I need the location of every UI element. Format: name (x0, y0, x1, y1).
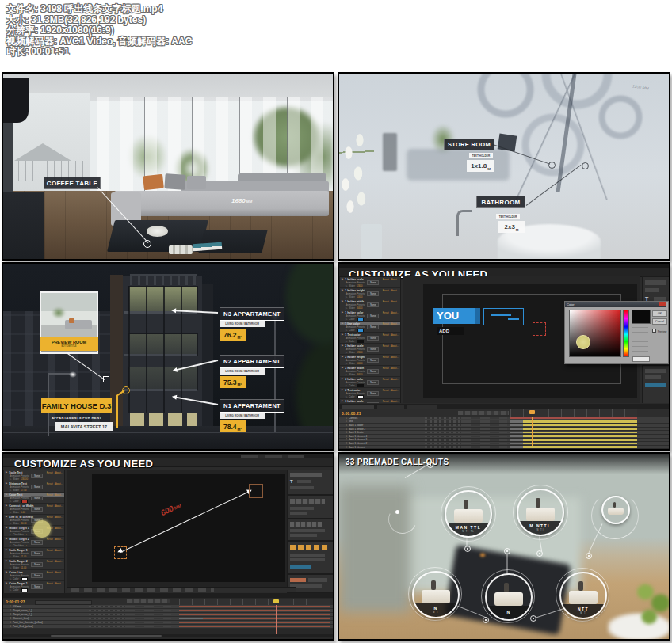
expand-triangle-icon[interactable]: ▶ (6, 582, 7, 584)
presets-dropdown[interactable]: None (367, 369, 379, 374)
about-link[interactable]: About... (55, 560, 63, 563)
param-triangle-icon[interactable]: ▷ (10, 478, 11, 481)
expand-triangle-icon[interactable]: ▶ (342, 311, 343, 314)
layer-duration-bar[interactable] (529, 450, 637, 451)
timeline-tab[interactable] (342, 405, 374, 409)
about-link[interactable]: About... (55, 527, 63, 530)
color-swatch[interactable] (21, 577, 28, 581)
playback-buttons[interactable] (290, 522, 322, 527)
reset-link[interactable]: Reset (383, 322, 389, 325)
keyframe-icons[interactable] (290, 545, 328, 550)
presets-dropdown[interactable]: None (31, 485, 43, 489)
current-time-indicator[interactable] (276, 605, 277, 637)
presets-dropdown[interactable]: None (31, 573, 43, 578)
reset-link[interactable]: Reset (383, 389, 389, 392)
presets-dropdown[interactable]: None (367, 325, 379, 329)
reset-link[interactable]: Reset (47, 504, 53, 508)
expand-triangle-icon[interactable]: ▶ (342, 400, 343, 402)
cti-head[interactable] (273, 599, 279, 603)
param-triangle-icon[interactable]: ▷ (346, 318, 347, 321)
about-link[interactable]: About... (55, 504, 63, 508)
reset-link[interactable]: Reset (47, 482, 53, 485)
layer-switches[interactable] (89, 614, 125, 615)
layer-switches[interactable] (425, 450, 461, 451)
about-link[interactable]: About... (55, 549, 63, 552)
about-link[interactable]: About... (55, 538, 63, 541)
close-icon[interactable] (659, 302, 666, 306)
param-triangle-icon[interactable]: ▷ (346, 396, 347, 398)
about-link[interactable]: About... (55, 482, 63, 485)
expand-triangle-icon[interactable]: ▶ (342, 344, 343, 347)
about-link[interactable]: About... (391, 289, 399, 292)
layer-duration-bar[interactable] (523, 443, 637, 445)
param-triangle-icon[interactable]: ▷ (346, 385, 347, 387)
video-frame-ae-color[interactable]: CUSTOMIZE AS YOU NEED ▶ 1 holder scale R… (338, 262, 670, 451)
param-triangle-icon[interactable]: ▷ (346, 374, 347, 376)
param-value[interactable]: 130.0 (357, 351, 363, 354)
current-time-indicator[interactable] (532, 417, 533, 446)
param-triangle-icon[interactable]: ▷ (346, 363, 347, 365)
timeline-tab[interactable] (377, 405, 404, 409)
layer-duration-bar[interactable] (523, 446, 637, 448)
callout-circle-3[interactable] (601, 496, 630, 524)
layer-duration-bar[interactable] (523, 428, 637, 430)
layer-switches[interactable] (425, 428, 461, 429)
layer-name[interactable]: Text (349, 420, 425, 423)
timecode[interactable]: 0:00:00:21 (342, 411, 361, 416)
callout-circle-5[interactable]: N (485, 573, 533, 621)
layer-name[interactable]: Back 1 Stroke (349, 431, 425, 434)
timeline-tab[interactable] (407, 405, 437, 409)
layer-mode[interactable] (125, 622, 171, 623)
param-triangle-icon[interactable]: ▷ (346, 341, 347, 343)
expand-triangle-icon[interactable]: ▶ (342, 378, 343, 380)
layer-duration-bar[interactable] (179, 610, 330, 612)
reset-link[interactable]: Reset (383, 367, 389, 370)
layer-mode[interactable] (461, 446, 507, 447)
presets-dropdown[interactable]: None (367, 391, 379, 396)
comp-toolbar-buttons[interactable] (71, 588, 214, 592)
color-swatch[interactable] (357, 384, 364, 388)
timeline-buttons[interactable] (127, 599, 170, 603)
color-swatch[interactable] (357, 395, 364, 399)
param-triangle-icon[interactable]: ▷ (10, 534, 11, 536)
layer-mode[interactable] (461, 443, 507, 444)
layer-mode[interactable] (461, 428, 507, 429)
layer-mode[interactable] (461, 432, 507, 433)
layer-duration-bar[interactable] (179, 626, 330, 628)
timecode[interactable]: 0:00:01:23 (6, 599, 25, 604)
param-value[interactable]: 340.0 (357, 373, 363, 376)
video-frame-building[interactable]: PREVIEW ROOM BOTTOM TITLE FAMILY HOUSE D… (2, 262, 334, 451)
reset-link[interactable]: Reset (47, 493, 53, 497)
layer-switches[interactable] (425, 432, 461, 433)
layer-switches[interactable] (89, 618, 125, 619)
layer-duration-bar[interactable] (203, 618, 330, 620)
param-triangle-icon[interactable]: ▷ (10, 578, 11, 580)
expand-triangle-icon[interactable]: ▶ (6, 493, 7, 496)
timeline-scrollbar[interactable] (3, 634, 333, 637)
param-triangle-icon[interactable]: ▷ (346, 296, 347, 299)
effect-controls-panel[interactable]: ▶ 1 holder scale Reset About... Animatio… (339, 276, 401, 405)
layer-duration-bar[interactable] (523, 432, 637, 434)
param-triangle-icon[interactable]: ▷ (10, 589, 11, 592)
about-link[interactable]: About... (391, 333, 399, 337)
presets-dropdown[interactable]: None (31, 496, 43, 500)
presets-dropdown[interactable]: None (31, 474, 43, 478)
param-value[interactable]: 40.00 (21, 522, 27, 525)
expand-triangle-icon[interactable]: ▶ (6, 516, 7, 518)
color-swatch[interactable] (357, 318, 364, 322)
video-frame-glass-room[interactable]: STORE ROOM TEXT HOLDER 1x1.8 M BATHROOM … (338, 72, 670, 261)
layer-name[interactable]: Back 1 element 4 (349, 435, 425, 438)
layer-switches[interactable] (425, 420, 461, 422)
param-triangle-icon[interactable]: ▷ (10, 500, 11, 503)
expand-triangle-icon[interactable]: ▶ (342, 278, 343, 280)
reset-link[interactable]: Reset (47, 582, 53, 585)
reset-link[interactable]: Reset (383, 356, 389, 359)
layer-name[interactable]: Back 1 holder (349, 424, 425, 427)
layer-name[interactable]: Point_line_Controls_[yellow] (13, 621, 89, 624)
about-link[interactable]: About... (55, 516, 63, 519)
param-value[interactable]: 11.00 (21, 566, 26, 569)
param-triangle-icon[interactable]: ▷ (10, 512, 11, 514)
cancel-button[interactable]: Cancel (652, 318, 667, 325)
reset-link[interactable]: Reset (383, 311, 389, 314)
color-swatch[interactable] (357, 329, 364, 333)
